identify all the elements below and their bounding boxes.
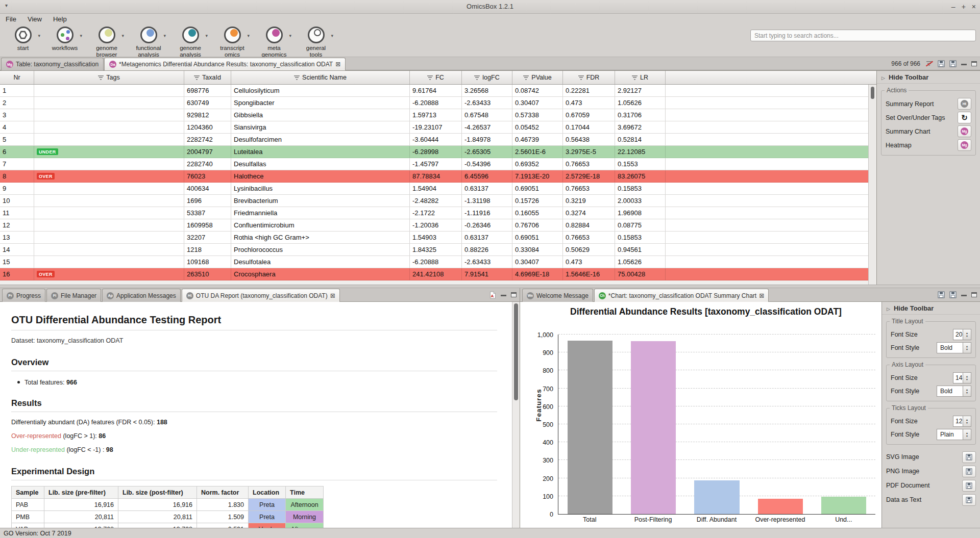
maximize-panel-icon[interactable] — [971, 61, 977, 66]
table-row[interactable]: 9 400634 Lysinibacillus 1.54904 0.63137 … — [0, 183, 868, 195]
minimize-window-icon[interactable] — [951, 3, 955, 10]
heatmap-button[interactable]: Mg — [958, 139, 971, 151]
table-row[interactable]: 6 UNDER 2004797 Luteitalea -6.28998 -2.6… — [0, 146, 868, 158]
menu-file[interactable]: File — [0, 15, 22, 23]
column-header-logfc[interactable]: logFC — [462, 71, 512, 84]
table-row[interactable]: 13 32207 Rothia <high GC Gram+> 1.54903 … — [0, 232, 868, 244]
scrollbar-thumb[interactable] — [514, 303, 518, 400]
summary-report-button[interactable]: Ht — [958, 98, 971, 110]
title-font-size-stepper[interactable]: 20 — [953, 329, 971, 340]
report-scrollbar[interactable] — [512, 302, 520, 528]
close-window-icon[interactable] — [972, 3, 976, 10]
close-tab-icon[interactable] — [335, 61, 340, 68]
ticks-font-size-stepper[interactable]: 12 — [953, 416, 971, 427]
minimize-panel-icon[interactable] — [961, 295, 967, 296]
table-row[interactable]: 10 1696 Brevibacterium -2.48282 -1.31198… — [0, 195, 868, 207]
chart-bar-total — [568, 341, 612, 514]
export-pdf-icon[interactable]: A — [489, 291, 496, 299]
table-row[interactable]: 12 1609958 Confluentimicrobium -1.20036 … — [0, 219, 868, 232]
menu-help[interactable]: Help — [47, 15, 72, 23]
tab-application-messages[interactable]: Ap Application Messages — [102, 289, 181, 302]
save-icon[interactable] — [938, 60, 945, 67]
tab-summary-chart[interactable]: Ch *Chart: taxonomy_classification ODAT … — [594, 289, 769, 302]
toolbar-transcript-omics-button[interactable]: transcript omics — [211, 24, 253, 58]
table-row[interactable]: 2 630749 Spongiibacter -6.20888 -2.63433… — [0, 97, 868, 109]
table-row[interactable]: 7 2282740 Desulfallas -1.45797 -0.54396 … — [0, 158, 868, 170]
column-header-taxaid[interactable]: TaxaId — [184, 71, 231, 84]
cell-lr: 2.00033 — [615, 195, 666, 207]
export-svg-button[interactable] — [962, 451, 976, 463]
cell-time: Morning — [286, 511, 324, 523]
maximize-panel-icon[interactable] — [511, 292, 517, 297]
maximize-panel-icon[interactable] — [971, 292, 977, 297]
tab-taxonomy-table[interactable]: Mg Table: taxonomy_classification — [1, 58, 104, 70]
table-row[interactable]: 14 1218 Prochlorococcus 1.84325 0.88226 … — [0, 244, 868, 256]
y-axis-tick: 0 — [527, 511, 553, 518]
toolbar-genome-browser-button[interactable]: genome browser — [86, 24, 128, 58]
table-header: Nr Tags TaxaId Scientific Name FC logFC … — [0, 71, 876, 85]
export-pdf-button[interactable] — [962, 480, 976, 492]
menu-view[interactable]: View — [22, 15, 47, 23]
cell-lr: 1.96908 — [615, 207, 666, 219]
table-row[interactable]: 16 OVER 263510 Crocosphaera 241.42108 7.… — [0, 268, 868, 280]
horizontal-splitter[interactable] — [0, 285, 980, 288]
cell-lr: 0.15853 — [615, 232, 666, 243]
column-header-fdr[interactable]: FDR — [563, 71, 615, 84]
clear-filter-icon[interactable] — [926, 61, 933, 67]
column-header-scientific-name[interactable]: Scientific Name — [231, 71, 410, 84]
column-header-pvalue[interactable]: PValue — [512, 71, 563, 84]
column-header-lr[interactable]: LR — [615, 71, 666, 84]
cell-fdr: 3.2975E-5 — [563, 146, 615, 158]
tab-otu-da-report[interactable]: Ht OTU DA Report (taxonomy_classificatio… — [182, 289, 340, 302]
toolbar-meta-genomics-button[interactable]: meta genomics — [253, 24, 295, 58]
toolbar-general-tools-button[interactable]: general tools — [295, 24, 337, 58]
action-heatmap: Heatmap Mg — [886, 138, 971, 152]
hide-toolbar-header[interactable]: Hide Toolbar — [877, 71, 980, 84]
table-scrollbar[interactable] — [868, 85, 876, 285]
search-actions-input[interactable] — [750, 30, 976, 41]
minimize-panel-icon[interactable] — [961, 64, 967, 65]
toolbar-functional-analysis-button[interactable]: functional analysis — [128, 24, 169, 58]
cell-taxaid: 2004797 — [184, 146, 231, 158]
tab-file-manager[interactable]: Fi File Manager — [46, 289, 101, 302]
toolbar-workflows-button[interactable]: workflows — [44, 24, 86, 52]
cell-fc: 9.61764 — [410, 85, 462, 96]
y-axis-tick: 500 — [527, 421, 553, 428]
table-row[interactable]: 11 53387 Friedmanniella -2.1722 -1.11916… — [0, 207, 868, 219]
maximize-window-icon[interactable] — [962, 3, 966, 10]
cell-nr: 15 — [0, 256, 34, 268]
table-row[interactable]: 1 698776 Cellulosilyticum 9.61764 3.2656… — [0, 85, 868, 97]
cell-taxaid: 263510 — [184, 268, 231, 280]
save-icon[interactable] — [938, 291, 945, 298]
tab-progress[interactable]: Pr Progress — [2, 289, 45, 302]
close-tab-icon[interactable] — [759, 292, 764, 299]
tab-da-results[interactable]: Da *Metagenomics Differential Abundance … — [104, 58, 346, 70]
axis-font-style-select[interactable]: Bold — [937, 386, 971, 397]
tab-welcome-message[interactable]: We Welcome Message — [522, 289, 593, 302]
save-as-icon[interactable] — [949, 60, 957, 67]
set-over-under-tags-button[interactable] — [958, 112, 971, 123]
chart-bar-post-filtering — [631, 341, 676, 514]
close-tab-icon[interactable] — [330, 292, 335, 299]
column-header-fc[interactable]: FC — [410, 71, 462, 84]
minimize-panel-icon[interactable] — [501, 295, 506, 296]
column-header-nr[interactable]: Nr — [0, 71, 34, 84]
axis-font-size-stepper[interactable]: 14 — [953, 372, 971, 383]
export-text-button[interactable] — [962, 494, 976, 506]
save-as-icon[interactable] — [949, 291, 957, 298]
scrollbar-thumb[interactable] — [871, 87, 874, 99]
table-row[interactable]: 5 2282742 Desulfofarcimen -3.60444 -1.84… — [0, 134, 868, 146]
table-row[interactable]: 3 929812 Gibbsiella 1.59713 0.67548 0.57… — [0, 109, 868, 121]
title-font-style-select[interactable]: Bold — [937, 342, 971, 353]
column-header-tags[interactable]: Tags — [34, 71, 184, 84]
table-row[interactable]: 8 OVER 76023 Halothece 87.78834 6.45596 … — [0, 170, 868, 183]
toolbar-start-button[interactable]: start — [2, 24, 44, 52]
summary-chart-button[interactable]: Mg — [958, 125, 971, 137]
table-row[interactable]: 15 109168 Desulfotalea -6.20888 -2.63433… — [0, 256, 868, 268]
table-row[interactable]: 4 1204360 Siansivirga -19.23107 -4.26537… — [0, 121, 868, 134]
toolbar-genome-analysis-button[interactable]: genome analysis — [169, 24, 211, 58]
cell-logfc: -0.54396 — [462, 158, 512, 170]
hide-toolbar-header[interactable]: Hide Toolbar — [882, 302, 980, 315]
export-png-button[interactable] — [962, 466, 976, 477]
ticks-font-style-select[interactable]: Plain — [937, 429, 971, 440]
